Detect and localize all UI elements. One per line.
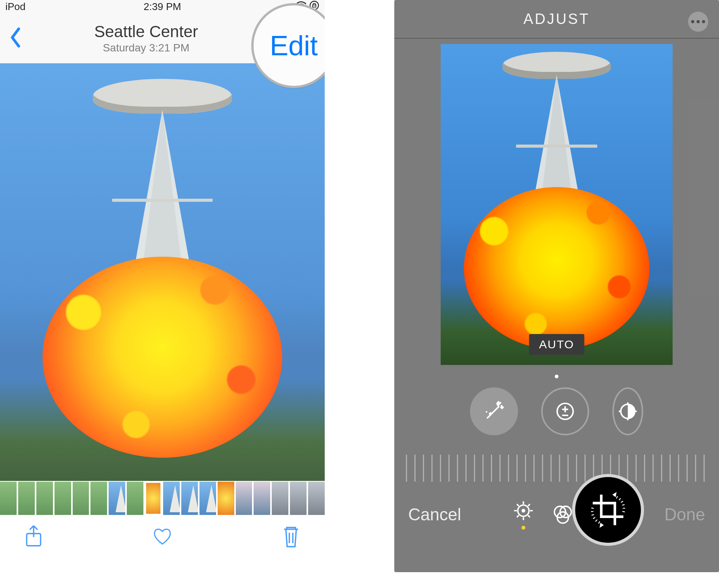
- adjustment-slider[interactable]: [406, 455, 707, 482]
- done-button[interactable]: Done: [664, 505, 705, 524]
- thumbnail[interactable]: [18, 482, 35, 515]
- thumbnail[interactable]: [90, 482, 107, 515]
- thumbnail[interactable]: [127, 482, 143, 515]
- exposure-button[interactable]: [541, 387, 589, 435]
- adjustment-controls: [394, 383, 719, 451]
- thumbnail[interactable]: [0, 482, 17, 515]
- tutorial-highlight-crop: [572, 474, 644, 546]
- page-indicator: ●: [394, 365, 719, 383]
- adjust-label: ADJUST: [523, 11, 590, 27]
- more-options-button[interactable]: [688, 12, 708, 32]
- auto-enhance-badge: AUTO: [529, 334, 584, 355]
- photos-app-screen: iPod 2:39 PM Seattle Center Saturday 3:2…: [0, 0, 325, 572]
- thumbnail[interactable]: [272, 482, 288, 515]
- thumbnail[interactable]: [218, 482, 234, 515]
- brightness-button[interactable]: [612, 387, 643, 435]
- thumbnail[interactable]: [73, 482, 89, 515]
- thumbnail[interactable]: [254, 482, 270, 515]
- edit-bottom-bar: Cancel Done: [394, 486, 719, 544]
- edit-photo-preview[interactable]: AUTO: [441, 44, 673, 365]
- back-button[interactable]: [9, 27, 22, 50]
- thumbnail[interactable]: [36, 482, 53, 515]
- thumbnail[interactable]: [199, 482, 216, 515]
- nav-title: Seattle Center Saturday 3:21 PM: [22, 22, 270, 54]
- edit-canvas-area: AUTO: [394, 39, 719, 365]
- svg-point-5: [521, 509, 525, 513]
- crop-rotate-icon[interactable]: [587, 489, 629, 531]
- adjust-tab[interactable]: [512, 499, 535, 530]
- thumbnail[interactable]: [290, 482, 307, 515]
- favorite-button[interactable]: [152, 524, 173, 550]
- thumbnail[interactable]: [55, 482, 71, 515]
- photo-toolbar: [0, 516, 325, 558]
- delete-button[interactable]: [281, 524, 302, 550]
- auto-enhance-button[interactable]: [470, 387, 518, 435]
- photo-edit-screen: ADJUST AUTO ●: [394, 0, 719, 572]
- thumbnail-strip[interactable]: [0, 481, 325, 516]
- thumbnail[interactable]: [181, 482, 198, 515]
- photo-date-subtitle: Saturday 3:21 PM: [22, 42, 270, 54]
- share-button[interactable]: [23, 524, 44, 550]
- edit-mode-title: ADJUST: [394, 0, 719, 39]
- thumbnail[interactable]: [236, 482, 252, 515]
- thumbnail-current[interactable]: [145, 482, 162, 515]
- cancel-button[interactable]: Cancel: [408, 505, 461, 524]
- photo-location-title: Seattle Center: [22, 22, 270, 41]
- edit-button-highlighted[interactable]: Edit: [270, 30, 318, 61]
- status-time: 2:39 PM: [110, 1, 215, 13]
- status-device: iPod: [5, 1, 110, 13]
- thumbnail[interactable]: [109, 482, 125, 515]
- thumbnail[interactable]: [163, 482, 180, 515]
- filters-tab[interactable]: [552, 503, 574, 527]
- thumbnail[interactable]: [308, 482, 325, 515]
- photo-viewport[interactable]: [0, 63, 325, 481]
